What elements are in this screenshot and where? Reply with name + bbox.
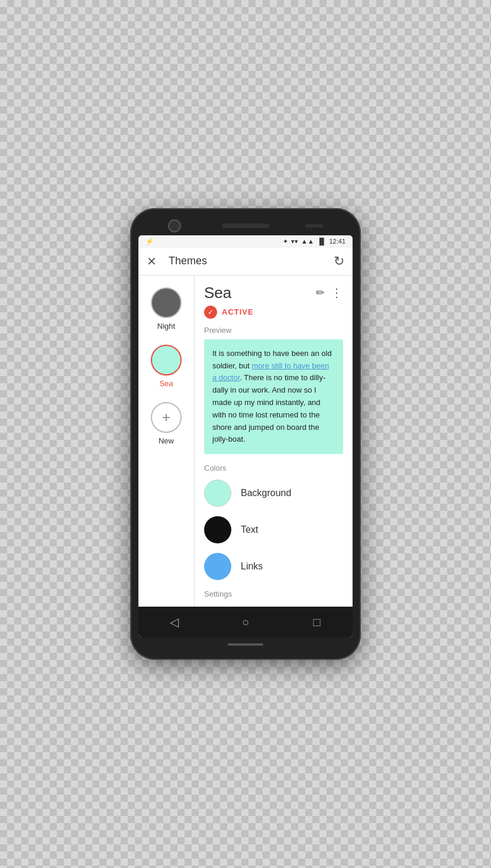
history-button[interactable]: ↻: [334, 254, 344, 269]
edit-button[interactable]: ✏: [316, 286, 325, 299]
links-color-label: Links: [241, 561, 263, 572]
colors-label: Colors: [204, 464, 343, 472]
clock: 12:41: [329, 238, 345, 245]
night-theme-circle: [151, 287, 182, 318]
signal-icon: ▲▲: [301, 238, 314, 245]
plus-icon: +: [162, 409, 170, 426]
active-check-icon: ✓: [204, 306, 217, 319]
background-color-circle: [204, 480, 231, 507]
wifi-icon: ▾▾: [291, 238, 298, 245]
sidebar-item-sea[interactable]: Sea: [151, 345, 182, 388]
bottom-nav: ◁ ○ □: [138, 607, 353, 637]
theme-title-row: Sea ✏ ⋮: [204, 284, 343, 302]
phone-bottom-hardware: [138, 637, 353, 649]
sidebar-item-night[interactable]: Night: [151, 287, 182, 331]
theme-name: Sea: [204, 284, 316, 302]
status-bar: ⚡ ✦ ▾▾ ▲▲ ▐▌ 12:41: [138, 235, 353, 248]
active-badge: ✓ ACTIVE: [204, 306, 343, 319]
active-label: ACTIVE: [222, 307, 254, 316]
text-color-label: Text: [241, 524, 258, 535]
content-area: Night Sea + New Sea: [138, 276, 353, 607]
text-color-circle: [204, 516, 231, 543]
new-theme-button[interactable]: +: [151, 402, 182, 433]
more-options-button[interactable]: ⋮: [331, 286, 343, 300]
phone-device: ⚡ ✦ ▾▾ ▲▲ ▐▌ 12:41 ✕ Themes ↻ Night: [130, 208, 361, 660]
colors-section: Colors Background Text Links: [204, 464, 343, 580]
preview-box: It is something to have been an old sold…: [204, 339, 343, 454]
settings-label: Settings: [204, 590, 343, 598]
phone-screen: ⚡ ✦ ▾▾ ▲▲ ▐▌ 12:41 ✕ Themes ↻ Night: [138, 235, 353, 637]
links-color-row[interactable]: Links: [204, 553, 343, 580]
status-right: ✦ ▾▾ ▲▲ ▐▌ 12:41: [283, 238, 345, 245]
preview-text: It is something to have been an old sold…: [212, 348, 335, 446]
new-theme-label: New: [159, 436, 174, 445]
theme-detail-panel: Sea ✏ ⋮ ✓ ACTIVE Preview It is something…: [195, 276, 353, 607]
background-color-row[interactable]: Background: [204, 480, 343, 507]
home-indicator: [228, 643, 263, 646]
home-button[interactable]: ○: [235, 616, 256, 629]
battery-icon: ▐▌: [317, 238, 327, 245]
phone-sensor: [305, 224, 323, 228]
close-button[interactable]: ✕: [147, 254, 157, 268]
phone-top-hardware: [138, 219, 353, 235]
back-button[interactable]: ◁: [163, 615, 185, 629]
recents-button[interactable]: □: [306, 616, 328, 629]
phone-camera: [168, 219, 181, 232]
notification-icon: ⚡: [146, 238, 154, 245]
background-color-label: Background: [241, 488, 291, 498]
preview-label: Preview: [204, 326, 343, 335]
app-bar: ✕ Themes ↻: [138, 248, 353, 276]
sidebar-item-new[interactable]: + New: [151, 402, 182, 445]
bluetooth-icon: ✦: [283, 238, 288, 245]
text-color-row[interactable]: Text: [204, 516, 343, 543]
sea-theme-circle: [151, 345, 182, 375]
phone-speaker: [222, 224, 269, 228]
app-bar-title: Themes: [169, 255, 334, 267]
status-left: ⚡: [146, 238, 154, 245]
sea-theme-label: Sea: [159, 379, 173, 388]
themes-sidebar: Night Sea + New: [138, 276, 195, 607]
preview-text-part2: . There is no time to dilly-dally in our…: [212, 373, 325, 443]
links-color-circle: [204, 553, 231, 580]
night-theme-label: Night: [157, 322, 175, 331]
